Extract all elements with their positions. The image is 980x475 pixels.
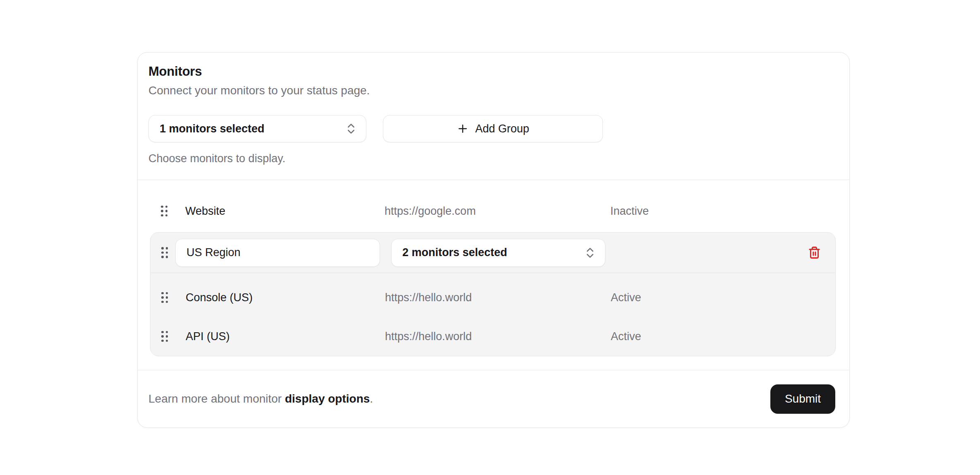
monitors-card: Monitors Connect your monitors to your s… <box>137 52 850 428</box>
monitor-row-api-us: API (US) https://hello.world Active <box>151 317 835 356</box>
monitor-row-website: Website https://google.com Inactive <box>150 192 836 230</box>
monitor-status: Inactive <box>610 205 836 218</box>
monitor-status: Active <box>611 291 835 304</box>
monitor-name: Console (US) <box>186 291 385 304</box>
footer-text-prefix: Learn more about monitor <box>148 392 285 405</box>
group-monitor-list: Console (US) https://hello.world Active … <box>151 273 835 356</box>
card-footer: Learn more about monitor display options… <box>138 370 849 427</box>
group-select-value: 2 monitors selected <box>402 246 507 259</box>
monitors-select-value: 1 monitors selected <box>160 122 265 135</box>
monitors-select[interactable]: 1 monitors selected <box>148 115 366 142</box>
footer-text-suffix: . <box>370 392 373 405</box>
group-header: 2 monitors selected <box>151 233 835 273</box>
drag-handle-icon[interactable] <box>161 206 167 217</box>
group-monitors-select[interactable]: 2 monitors selected <box>391 239 605 267</box>
footer-text: Learn more about monitor display options… <box>148 392 373 405</box>
add-group-button[interactable]: Add Group <box>383 115 603 142</box>
helper-text: Choose monitors to display. <box>148 151 839 166</box>
group-name-input[interactable] <box>175 239 380 267</box>
monitor-url: https://hello.world <box>385 291 611 304</box>
add-group-label: Add Group <box>475 122 529 135</box>
monitor-status: Active <box>611 330 835 343</box>
monitor-url: https://google.com <box>385 205 610 218</box>
card-header: Monitors Connect your monitors to your s… <box>138 53 849 180</box>
monitor-url: https://hello.world <box>385 330 611 343</box>
monitor-list: Website https://google.com Inactive 2 mo… <box>138 180 849 370</box>
page-title: Monitors <box>148 64 839 79</box>
drag-handle-icon[interactable] <box>161 247 168 258</box>
monitor-controls-row: 1 monitors selected Add Group <box>148 115 839 142</box>
monitor-name: Website <box>185 205 385 218</box>
display-options-link[interactable]: display options <box>285 392 370 405</box>
page-subtitle: Connect your monitors to your status pag… <box>148 83 839 98</box>
drag-handle-icon[interactable] <box>161 331 168 342</box>
drag-handle-icon[interactable] <box>161 292 168 303</box>
chevrons-up-down-icon <box>344 122 358 136</box>
chevrons-up-down-icon <box>583 246 597 260</box>
monitor-name: API (US) <box>186 330 385 343</box>
submit-button[interactable]: Submit <box>770 384 835 414</box>
plus-icon <box>457 122 469 135</box>
trash-icon <box>808 246 821 259</box>
delete-group-button[interactable] <box>807 246 821 260</box>
monitor-row-console-us: Console (US) https://hello.world Active <box>151 278 835 317</box>
monitor-group: 2 monitors selected <box>150 232 836 356</box>
